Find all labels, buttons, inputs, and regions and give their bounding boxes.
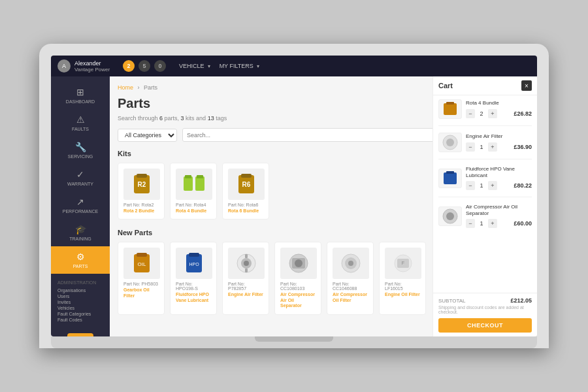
part-card-6[interactable]: F Part No: LF16015 Engine Oil Filter [379,242,426,314]
breadcrumb-home[interactable]: Home [118,84,133,91]
kit-name-2: Rota 4 Bundle [176,208,211,214]
part-name-3: Engine Air Filter [228,292,263,297]
part-card-5[interactable]: Part No: CC1046088 Air Compressor Oil Fi… [327,242,374,314]
cart-item-img-1 [438,99,462,119]
cart-item-img-3 [438,169,462,188]
cart-item-name-2: Engine Air Filter [466,133,532,140]
sidebar-item-parts[interactable]: ⚙ PARTS [51,246,110,274]
kit-card-2[interactable]: Part No: Rota4 Rota 4 Bundle [170,163,217,220]
cart-item-3-icon [440,171,460,186]
qty-decrement-2[interactable]: − [466,142,475,152]
part-img-1: OIL [123,248,160,279]
cart-item-4-icon [440,208,460,224]
cart-item-1-icon [440,101,460,117]
nav-my-filters[interactable]: MY FILTERS ▾ [220,63,259,69]
qty-value-3: 1 [477,182,486,189]
qty-value-1: 2 [477,110,486,117]
cart-close-button[interactable]: × [521,80,532,91]
part-img-5-icon [338,252,364,275]
admin-link-invites[interactable]: Invites [57,299,103,305]
kits-grid: R2 Part No: Rota2 Rota 2 Bundle [118,163,449,220]
admin-link-fault-categories[interactable]: Fault Categories [57,311,103,317]
qty-decrement-3[interactable]: − [466,181,475,190]
svg-point-37 [446,212,454,220]
admin-link-vehicles[interactable]: Vehicles [57,305,103,311]
nav-vehicle[interactable]: VEHICLE ▾ [179,63,210,69]
svg-rect-31 [446,102,454,105]
sidebar-item-faults[interactable]: ⚠ FAULTS [51,109,110,137]
qty-increment-1[interactable]: + [488,109,497,118]
part-card-1[interactable]: OIL Part No: PH5803 Gearbox Oil Filter [118,242,165,314]
part-partno-3: Part No: P782857 [228,282,263,291]
qty-increment-3[interactable]: + [488,181,497,190]
kit-image-3-icon: R6 [233,172,259,196]
admin-link-users[interactable]: Users [57,293,103,299]
qty-increment-4[interactable]: + [488,219,497,228]
part-name-5: Air Compressor Oil Filter [333,292,368,303]
subtotal-value: £212.05 [510,297,532,304]
kit-img-1: R2 [123,169,160,200]
part-name-2: Fluidforce HPO Vane Lubricant [176,292,211,303]
part-card-2[interactable]: HPO Part No: HPO198-S Fluidforce HPO Van… [170,242,217,314]
cart-item-info-2: Engine Air Filter − 1 + £36.90 [466,133,532,152]
sidebar-item-performance[interactable]: ↗ PERFORMANCE [51,191,110,219]
badge-timer[interactable]: 5 [139,60,150,72]
dashboard-icon: ⊞ [76,87,84,97]
kit-name-1: Rota 2 Bundle [123,208,159,214]
cart-item-2-icon [440,135,460,150]
sidebar-item-dashboard[interactable]: ⊞ DASHBOARD [51,82,110,109]
part-card-4[interactable]: Part No: CC1080103 Air Compressor Air Oi… [274,242,321,314]
svg-rect-8 [241,174,252,178]
chevron-down-icon: ▾ [257,63,259,69]
svg-rect-11 [137,253,147,257]
chevron-down-icon: ▾ [208,63,210,69]
admin-link-organisations[interactable]: Organisations [57,287,103,293]
part-card-3[interactable]: Part No: P782857 Engine Air Filter [222,242,269,314]
qty-increment-2[interactable]: + [488,142,497,152]
sidebar-item-training[interactable]: 🎓 TRAINING [51,219,110,246]
parts-icon: ⚙ [76,252,85,262]
cart-item-name-3: Fluidforce HPO Vane Lubricant [466,166,532,178]
kit-name-3: Rota 6 Bundle [228,208,263,214]
qty-decrement-1[interactable]: − [466,109,475,118]
kit-img-3: R6 [228,169,265,200]
svg-rect-20 [245,269,248,272]
performance-icon: ↗ [76,197,84,207]
qty-decrement-4[interactable]: − [466,219,475,228]
sidebar-admin: ADMINISTRATION Organisations Users Invit… [51,276,110,327]
category-select[interactable]: All Categories [118,129,177,142]
kit-image-1-icon: R2 [129,172,155,196]
checkout-button[interactable]: CHECKOUT [438,318,532,333]
subtotal-label: SUBTOTAL [438,298,466,304]
badge-alert[interactable]: 2 [123,60,135,72]
part-img-4-icon [286,252,312,275]
nav-links: VEHICLE ▾ MY FILTERS ▾ [179,63,531,69]
svg-rect-14 [189,253,199,257]
kit-partno-1: Part No: Rota2 [123,203,159,207]
svg-text:OIL: OIL [138,261,146,267]
sidebar-item-servicing[interactable]: 🔧 SERVICING [51,137,110,164]
cart-item-1: Rota 4 Bundle − 2 + £26.82 [438,99,532,126]
user-name: Alexander [74,60,110,67]
cart-item-img-4 [438,206,462,226]
sidebar-item-warranty[interactable]: ✓ WARRANTY [51,164,110,191]
sidebar: ⊞ DASHBOARD ⚠ FAULTS 🔧 SERVICING ✓ WARRA… [51,76,110,336]
top-nav: A Alexander Vantage Power 2 5 0 VEHICLE … [51,56,537,76]
part-img-3-icon [233,252,259,275]
warranty-icon: ✓ [76,169,84,180]
kit-card-1[interactable]: R2 Part No: Rota2 Rota 2 Bundle [118,163,165,220]
subtotal-row: SUBTOTAL £212.05 [438,297,532,304]
svg-rect-5 [185,175,191,178]
admin-link-fault-codes[interactable]: Fault Codes [57,317,103,323]
qty-ctrl-3: − 1 + [466,181,497,190]
svg-text:F: F [402,261,404,265]
qty-ctrl-4: − 1 + [466,219,497,228]
cart-item-4: Air Compressor Air Oil Separator − 1 + £… [438,204,532,235]
svg-rect-3 [184,176,193,191]
kit-card-3[interactable]: R6 Part No: Rota6 Rota 6 Bundle [222,163,269,220]
part-partno-4: Part No: CC1080103 [280,282,316,291]
breadcrumb-separator: › [138,84,140,91]
part-img-5 [333,248,369,279]
badge-zero[interactable]: 0 [154,60,166,72]
laptop-base [51,336,537,348]
